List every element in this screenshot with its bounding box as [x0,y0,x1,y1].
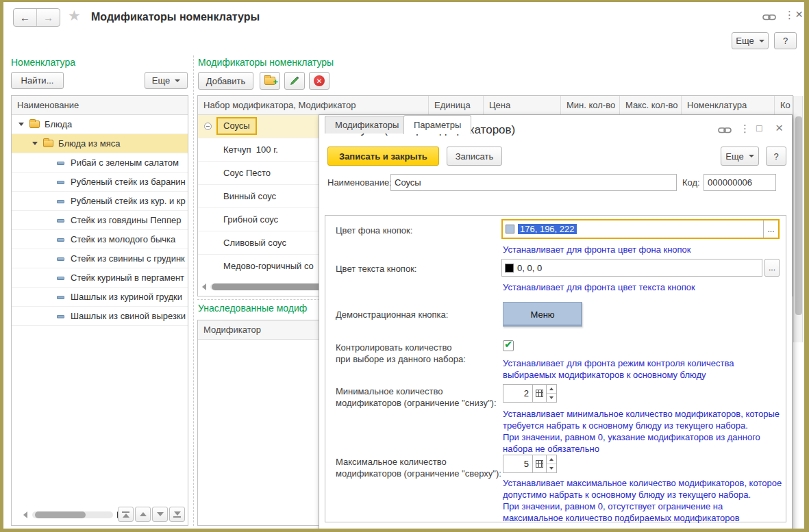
forward-button[interactable]: → [37,9,60,26]
save-and-close-button[interactable]: Записать и закрыть [327,147,439,166]
scrollbar-thumb[interactable] [795,116,802,315]
panel-divider[interactable] [193,55,194,526]
item-icon [57,257,64,261]
go-last-button[interactable] [169,507,185,522]
spin-down-button[interactable] [547,394,556,402]
close-window-icon[interactable]: × [795,7,803,22]
add-group-icon: + [264,77,275,85]
column-header-set[interactable]: Набор модификатора, Модификатор [198,96,429,114]
go-first-icon [122,511,129,513]
horizontal-scrollbar[interactable] [32,511,113,518]
column-header-name[interactable]: Наименование [12,96,188,114]
tree-item-blyuda-iz-myasa[interactable]: Блюда из мяса [12,134,188,153]
collapse-icon[interactable] [204,123,212,130]
selected-cell[interactable]: Соусы [216,117,257,135]
column-header-clipped[interactable]: Ко [775,96,793,114]
color-swatch [505,264,514,273]
find-button[interactable]: Найти... [11,72,64,89]
dialog-more-button[interactable]: Еще [721,147,759,166]
spin-up-button[interactable] [547,385,556,394]
text-color-picker-button[interactable]: ... [764,259,780,277]
tree-item[interactable]: Шашлык из свиной вырезки [12,307,188,326]
text-color-label: Цвет текста кнопок: [336,263,416,275]
nomenclature-more-label: Еще [152,75,170,86]
tree-item-blyuda[interactable]: Блюда [12,115,188,134]
dialog-menu-dots-icon[interactable]: ⋮ [740,123,750,135]
bg-color-value: 176, 196, 222 [518,224,577,234]
bg-color-picker-button[interactable]: ... [763,220,778,238]
name-input[interactable] [390,174,677,191]
calculator-icon [536,460,543,468]
spin-down-button[interactable] [547,464,556,472]
tab-modifiers[interactable]: Модификаторы [325,116,409,134]
parameters-tab-panel: Цвет фона кнопок: 176, 196, 222 ... Уста… [325,215,786,522]
dialog-help-label: ? [773,151,778,162]
delete-button[interactable]: ✕ [309,72,329,90]
tree-item[interactable]: Стейк из молодого бычка [12,230,188,249]
column-header-unit[interactable]: Единица [429,96,484,114]
calculator-button[interactable] [532,455,547,473]
control-quantity-checkbox[interactable]: ✔ [503,340,514,351]
tree-item[interactable]: Шашлык из куриной грудки [12,288,188,307]
dialog-more-label: Еще [725,151,743,162]
scroll-left-icon[interactable] [202,283,206,290]
item-icon [57,315,64,318]
tree-item[interactable]: Рубленый стейк из баранин [12,173,188,192]
modifier-label: Соус Песто [223,168,271,178]
spin-up-icon [549,458,553,461]
demo-button-label: Демонстрационная кнопка: [336,309,448,320]
dialog-close-icon[interactable]: × [775,121,783,136]
favorite-star-icon[interactable]: ★ [68,8,81,24]
color-swatch [506,225,514,233]
tree-item[interactable]: Стейк куриный в пергамент [12,268,188,288]
folder-icon [43,140,53,147]
go-last-icon-triangle [174,511,181,516]
modifiers-panel-title: Модификаторы номенклатуры [198,57,334,68]
max-quantity-input[interactable]: 5 [503,455,532,473]
demo-menu-button[interactable]: Меню [503,302,582,327]
column-header-nomenclature[interactable]: Номенклатура [682,96,775,114]
modifier-label: Винный соус [223,191,276,201]
form-help-button[interactable]: ? [774,32,797,49]
tree-item[interactable]: Рубленый стейк из кур. и кр [12,192,188,211]
chevron-down-icon [759,40,764,42]
code-field-wrap [704,174,776,191]
add-group-button[interactable]: + [260,72,280,90]
dialog-help-button[interactable]: ? [766,147,786,166]
scrollbar-thumb[interactable] [35,511,86,518]
expander-icon[interactable] [18,123,24,126]
add-button[interactable]: Добавить [198,72,253,90]
tree-item[interactable]: Рибай с зеленым салатом [12,153,188,173]
tree-item[interactable]: Стейк из говядины Пеппер [12,211,188,230]
column-header-price[interactable]: Цена [484,96,561,114]
nomenclature-table-header: Наименование [12,96,188,115]
tab-parameters[interactable]: Параметры [403,115,471,134]
column-header-max[interactable]: Макс. кол-во [620,96,682,114]
control-quantity-hint: Устанавливает для фронта режим контроля … [503,357,734,381]
expander-icon[interactable] [32,142,38,145]
scroll-left-icon[interactable] [23,511,27,518]
calculator-button[interactable] [532,384,547,403]
edit-pencil-icon [289,75,300,86]
edit-button[interactable] [284,72,305,90]
code-input[interactable] [704,174,776,191]
link-icon[interactable] [762,12,776,24]
go-down-button[interactable] [152,507,168,522]
spin-up-button[interactable] [547,455,556,464]
bg-color-field[interactable]: 176, 196, 222 ... [501,219,780,239]
nomenclature-more-button[interactable]: Еще [145,72,188,89]
form-more-button[interactable]: Еще [732,32,769,49]
column-header-min[interactable]: Мин. кол-во [561,96,620,114]
text-color-field[interactable]: 0, 0, 0 [501,259,762,277]
vertical-scrollbar[interactable] [793,96,803,342]
menu-dots-icon[interactable]: ⋮ [784,9,795,21]
min-quantity-input[interactable]: 2 [503,384,532,403]
tree-item[interactable]: Стейк из свинины с грудинк [12,249,188,268]
back-button[interactable]: ← [14,9,36,26]
dialog-link-icon[interactable] [718,125,732,137]
dialog-maximize-icon[interactable]: □ [756,123,762,134]
name-label: Наименование: [327,177,392,188]
go-up-button[interactable] [135,507,151,522]
save-button[interactable]: Записать [447,147,502,166]
go-first-button[interactable] [118,507,134,522]
